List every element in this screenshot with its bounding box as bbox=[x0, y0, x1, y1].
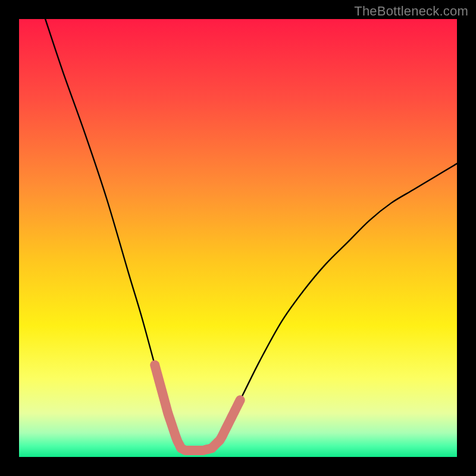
chart-frame: TheBottleneck.com bbox=[0, 0, 476, 476]
chart-canvas bbox=[0, 0, 476, 476]
plot-background bbox=[19, 19, 457, 457]
